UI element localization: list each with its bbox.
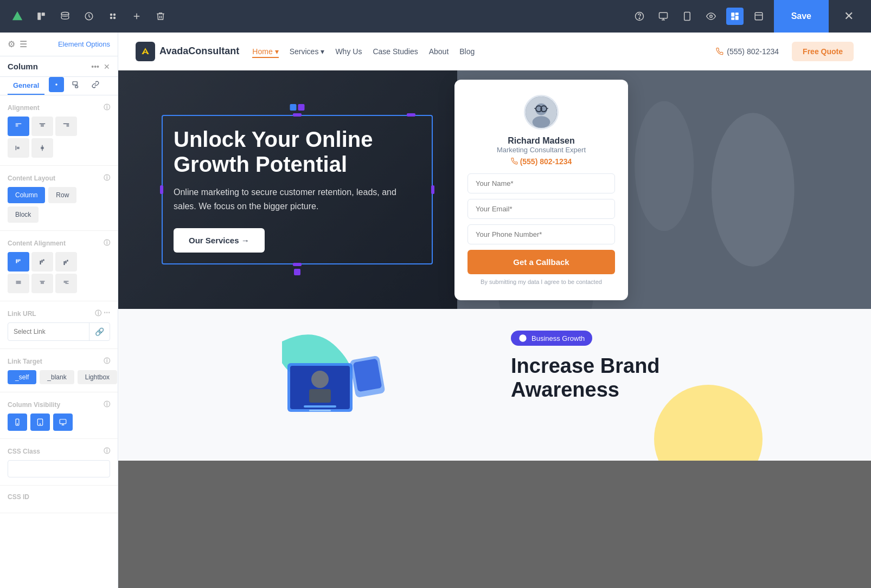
- add-element-icon[interactable]: [128, 8, 145, 25]
- content-align-top-right[interactable]: [55, 252, 77, 272]
- handle-bot-center[interactable]: [293, 263, 302, 266]
- link-url-input[interactable]: [8, 324, 89, 340]
- alignment-section: Alignment ⓘ: [0, 95, 118, 166]
- settings-icon[interactable]: [104, 8, 121, 25]
- content-align-bot-center[interactable]: [31, 274, 53, 293]
- hero-text-column[interactable]: Unlock Your Online Growth Potential Onli…: [162, 115, 433, 264]
- nav-home[interactable]: Home ▾: [252, 45, 278, 58]
- layout-row-btn[interactable]: Row: [48, 187, 76, 203]
- close-button[interactable]: ✕: [835, 0, 862, 33]
- delete-icon[interactable]: [152, 8, 169, 25]
- name-input[interactable]: [467, 173, 615, 193]
- content-align-bot-left[interactable]: [8, 274, 29, 293]
- nav-phone-number: (555) 802-1234: [727, 47, 779, 56]
- our-services-button[interactable]: Our Services →: [174, 228, 265, 253]
- link-url-more[interactable]: ⋯: [104, 309, 110, 318]
- vis-tablet-btn[interactable]: [30, 413, 50, 431]
- free-quote-button[interactable]: Free Quote: [792, 42, 854, 61]
- form-avatar-wrapper: [467, 95, 615, 130]
- nav-services[interactable]: Services ▾: [290, 45, 325, 58]
- panel-tabs: General: [0, 77, 118, 95]
- tab-link-icon[interactable]: [88, 77, 103, 92]
- more-options-icon[interactable]: •••: [91, 62, 99, 71]
- content-align-bot-right[interactable]: [55, 274, 77, 293]
- vis-desktop-btn[interactable]: [53, 413, 73, 431]
- css-class-info[interactable]: ⓘ: [104, 447, 110, 456]
- nav-why-us[interactable]: Why Us: [335, 45, 362, 58]
- desktop-preview-icon[interactable]: [655, 8, 672, 25]
- illustration-area: [162, 331, 478, 439]
- target-blank-btn[interactable]: _blank: [40, 370, 74, 384]
- svg-point-76: [519, 334, 526, 341]
- page-options-icon[interactable]: [726, 8, 744, 25]
- tab-general[interactable]: General: [8, 77, 44, 95]
- handle-top-right[interactable]: [407, 113, 415, 117]
- row-handle-1[interactable]: [290, 104, 297, 111]
- link-target-info[interactable]: ⓘ: [104, 357, 110, 366]
- alignment-info-icon[interactable]: ⓘ: [104, 103, 110, 112]
- svg-rect-26: [73, 82, 78, 85]
- panel-close-icon[interactable]: ✕: [104, 62, 110, 71]
- svg-point-70: [311, 371, 329, 388]
- svg-rect-75: [353, 358, 382, 392]
- align-top-left[interactable]: [8, 117, 29, 136]
- content-align-top-left[interactable]: [8, 252, 29, 272]
- tab-design-icon[interactable]: [49, 77, 64, 92]
- align-mid-left[interactable]: [8, 138, 29, 158]
- save-button[interactable]: Save: [774, 0, 829, 33]
- email-input[interactable]: [467, 199, 615, 219]
- content-align-top-center[interactable]: [31, 252, 53, 272]
- panel-gear-icon[interactable]: ⚙: [8, 39, 15, 49]
- nav-home-chevron: ▾: [275, 47, 279, 56]
- content-layout-info[interactable]: ⓘ: [104, 173, 110, 183]
- link-url-info[interactable]: ⓘ: [95, 309, 101, 318]
- tablet-preview-icon[interactable]: [678, 8, 696, 25]
- target-lightbox-btn[interactable]: Lightbox: [78, 370, 117, 384]
- target-self-btn[interactable]: _self: [8, 370, 36, 384]
- nav-about[interactable]: About: [429, 45, 449, 58]
- svg-rect-40: [16, 282, 21, 283]
- svg-rect-20: [731, 17, 734, 20]
- handle-mid-left[interactable]: [160, 185, 163, 194]
- svg-point-7: [110, 17, 113, 20]
- get-callback-button[interactable]: Get a Callback: [467, 250, 615, 274]
- content-alignment-info[interactable]: ⓘ: [104, 238, 110, 248]
- site-logo: AvadaConsultant: [136, 42, 239, 61]
- consultant-phone: (555) 802-1234: [467, 157, 615, 166]
- layers-icon[interactable]: [56, 8, 74, 25]
- consultant-name: Richard Madsen: [467, 136, 615, 146]
- eye-icon[interactable]: [702, 8, 720, 25]
- handle-mid-right[interactable]: [431, 185, 434, 194]
- svg-rect-44: [41, 283, 44, 284]
- align-top-right[interactable]: [55, 117, 77, 136]
- svg-rect-31: [18, 260, 19, 262]
- avada-logo-icon[interactable]: [9, 8, 26, 25]
- svg-rect-37: [66, 261, 67, 263]
- vis-mobile-btn[interactable]: [8, 413, 27, 431]
- handle-top-left[interactable]: [293, 113, 302, 117]
- hero-section: Unlock Your Online Growth Potential Onli…: [118, 70, 871, 309]
- css-class-input[interactable]: [8, 460, 110, 477]
- row-handle-2[interactable]: [298, 104, 305, 111]
- history-icon[interactable]: [80, 8, 98, 25]
- svg-rect-29: [42, 145, 42, 151]
- align-top-center[interactable]: [31, 117, 53, 136]
- panel-toggle-icon[interactable]: [33, 8, 50, 25]
- align-mid-center[interactable]: [31, 138, 53, 158]
- global-options-icon[interactable]: [750, 8, 767, 25]
- layout-block-btn[interactable]: Block: [8, 206, 39, 223]
- nav-blog[interactable]: Blog: [459, 45, 475, 58]
- nav-case-studies[interactable]: Case Studies: [373, 45, 418, 58]
- tab-responsive-icon[interactable]: [68, 77, 84, 92]
- site-nav: Home ▾ Services ▾ Why Us Case Studies Ab…: [252, 45, 703, 58]
- left-panel: ⚙ ☰ Element Options Column ••• ✕ General: [0, 33, 118, 588]
- column-visibility-info[interactable]: ⓘ: [104, 400, 110, 409]
- layout-column-btn[interactable]: Column: [8, 187, 45, 203]
- brand-heading: Increase Brand Awareness: [511, 354, 828, 402]
- panel-menu-icon[interactable]: ☰: [20, 39, 27, 49]
- brand-growth-area: Business Growth Increase Brand Awareness: [511, 331, 828, 402]
- phone-input[interactable]: [467, 224, 615, 244]
- handle-bot-purple[interactable]: [294, 269, 300, 275]
- content-layout-section: Content Layout ⓘ Column Row Block: [0, 166, 118, 231]
- help-icon[interactable]: [631, 8, 648, 25]
